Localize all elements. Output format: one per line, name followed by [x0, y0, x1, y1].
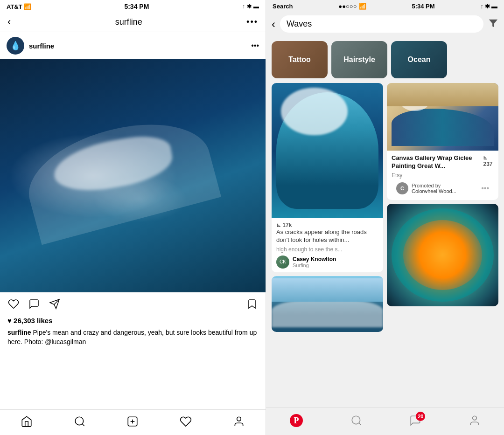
- heart-icon: [180, 415, 192, 428]
- pinterest-grid: ⊾ 17k As cracks appear along the roads d…: [266, 83, 504, 407]
- search-icon: [74, 415, 86, 428]
- svg-point-11: [352, 416, 360, 424]
- actions-left: [7, 298, 61, 310]
- svg-point-13: [472, 416, 476, 420]
- pin-hokusai-title: Canvas Gallery Wrap Giclee Painting Grea…: [392, 154, 483, 170]
- pinterest-bottom-nav: P 20: [266, 407, 504, 435]
- pin-image-tunnel: [387, 204, 498, 306]
- caption-username: surfline: [7, 329, 31, 336]
- chip-ocean-label: Ocean: [391, 41, 447, 78]
- search-label: Search: [273, 3, 293, 10]
- battery-icon: ▬: [253, 3, 259, 10]
- instagram-panel: AT&T 📶 5:34 PM ↑ ✱ ▬ ‹ surfline ••• 💧 su…: [0, 0, 266, 435]
- svg-line-12: [359, 423, 361, 425]
- pinterest-profile-nav[interactable]: [469, 414, 481, 427]
- carrier-text: AT&T: [7, 3, 22, 10]
- instagram-nav-bar: ‹ surfline •••: [0, 12, 266, 32]
- bookmark-button[interactable]: [246, 298, 258, 310]
- pin-image-wave2: [272, 276, 383, 332]
- pinterest-home-nav[interactable]: P: [289, 414, 303, 428]
- arrow-icon: ↑: [242, 3, 245, 10]
- home-icon: [21, 415, 33, 428]
- heart-filled: ♥: [7, 317, 12, 325]
- pinterest-logo-icon: P: [289, 414, 303, 428]
- pin-hokusai-count: ⊾ 237: [483, 154, 494, 167]
- post-header: 💧 surfline •••: [0, 32, 266, 59]
- pin-hokusai-info: Canvas Gallery Wrap Giclee Painting Grea…: [387, 151, 498, 200]
- pin-user-name: Casey Knowlton: [293, 256, 336, 262]
- nav-title: surfline: [115, 17, 142, 27]
- messages-badge: 20: [416, 412, 425, 421]
- filter-button[interactable]: [488, 18, 498, 30]
- pin-image-wave: [272, 83, 383, 218]
- profile-nav-item[interactable]: [233, 415, 245, 428]
- pin-hokusai-source: Etsy: [392, 172, 483, 179]
- promoted-company: Colorwheel Wood...: [412, 188, 456, 194]
- chip-hairstyle[interactable]: Hairstyle: [331, 41, 387, 78]
- grid-col-2: Canvas Gallery Wrap Giclee Painting Grea…: [387, 83, 498, 407]
- search-nav-item[interactable]: [74, 415, 86, 428]
- wifi-icon: 📶: [24, 3, 31, 10]
- pinterest-search-nav[interactable]: [350, 414, 363, 427]
- instagram-bottom-nav: [0, 409, 266, 435]
- pin-card-hokusai[interactable]: Canvas Gallery Wrap Giclee Painting Grea…: [387, 83, 498, 200]
- profile-icon: [233, 415, 245, 428]
- post-more-button[interactable]: •••: [251, 41, 259, 50]
- like-count: 26,303 likes: [14, 317, 52, 325]
- status-left: AT&T 📶: [7, 3, 31, 10]
- comment-button[interactable]: [28, 298, 40, 310]
- pin-card-tunnel[interactable]: [387, 204, 498, 306]
- share-button[interactable]: [49, 298, 61, 310]
- add-icon: [126, 415, 139, 428]
- back-button[interactable]: ‹: [7, 16, 11, 28]
- promoted-more-button[interactable]: •••: [481, 184, 489, 193]
- pin-user-board: Surfing: [293, 262, 336, 268]
- caption-text: Pipe's mean and crazy and dangerous, yea…: [7, 329, 257, 345]
- time-right: 5:34 PM: [412, 3, 434, 10]
- username: surfline: [29, 42, 54, 50]
- pin-user-row: CK Casey Knowlton Surfing: [276, 255, 378, 269]
- pin-description: ⊾ 17k As cracks appear along the roads d…: [272, 218, 383, 272]
- more-button[interactable]: •••: [246, 17, 258, 27]
- post-actions: [0, 292, 266, 316]
- wifi-right: 📶: [359, 3, 366, 10]
- search-nav-icon: [350, 414, 363, 427]
- svg-marker-8: [489, 19, 497, 27]
- pinterest-nav: ‹ Waves: [266, 12, 504, 36]
- bluetooth-right: ✱: [485, 3, 490, 10]
- category-chips: Tattoo Hairstyle Ocean: [266, 36, 504, 83]
- svg-point-2: [75, 417, 83, 425]
- pinterest-back-button[interactable]: ‹: [272, 18, 275, 31]
- likes-nav-item[interactable]: [180, 415, 192, 428]
- pin-image-hokusai: [387, 83, 498, 151]
- like-button[interactable]: [7, 298, 20, 310]
- caption-section: surfline Pipe's mean and crazy and dange…: [0, 327, 266, 347]
- chip-tattoo[interactable]: Tattoo: [272, 41, 328, 78]
- grid-col-1: ⊾ 17k As cracks appear along the roads d…: [272, 83, 383, 407]
- carrier-right: ●●○○○ 📶: [338, 3, 366, 10]
- promoted-label: Promoted by: [412, 183, 456, 188]
- status-bar-right: Search ●●○○○ 📶 5:34 PM ↑ ✱ ▬: [266, 0, 504, 12]
- search-box[interactable]: Waves: [280, 15, 483, 33]
- arrow-right: ↑: [481, 3, 484, 10]
- pin-card-bottom-wave[interactable]: [272, 276, 383, 332]
- promoted-avatar: C: [396, 182, 408, 194]
- likes-section: ♥ 26,303 likes: [0, 316, 266, 327]
- pin-desc-text: As cracks appear along the roads don't l…: [276, 228, 378, 244]
- svg-line-3: [82, 424, 84, 426]
- svg-point-7: [237, 417, 241, 421]
- status-time-left: 5:34 PM: [124, 3, 149, 10]
- home-nav-item[interactable]: [21, 415, 33, 428]
- status-right: ↑ ✱ ▬: [242, 3, 259, 10]
- pin-card-wave[interactable]: ⊾ 17k As cracks appear along the roads d…: [272, 83, 383, 272]
- promoted-row: C Promoted by Colorwheel Wood... •••: [392, 180, 494, 196]
- pinterest-panel: Search ●●○○○ 📶 5:34 PM ↑ ✱ ▬ ‹ Waves Tat…: [266, 0, 504, 435]
- post-user[interactable]: 💧 surfline: [7, 37, 54, 55]
- add-nav-item[interactable]: [126, 415, 139, 428]
- battery-right: ▬: [491, 3, 497, 10]
- pinterest-messages-nav[interactable]: 20: [409, 414, 421, 427]
- chip-hairstyle-label: Hairstyle: [331, 41, 387, 78]
- carrier-dots: ●●○○○: [338, 3, 357, 10]
- pin-user-avatar: CK: [276, 255, 289, 269]
- chip-ocean[interactable]: Ocean: [391, 41, 447, 78]
